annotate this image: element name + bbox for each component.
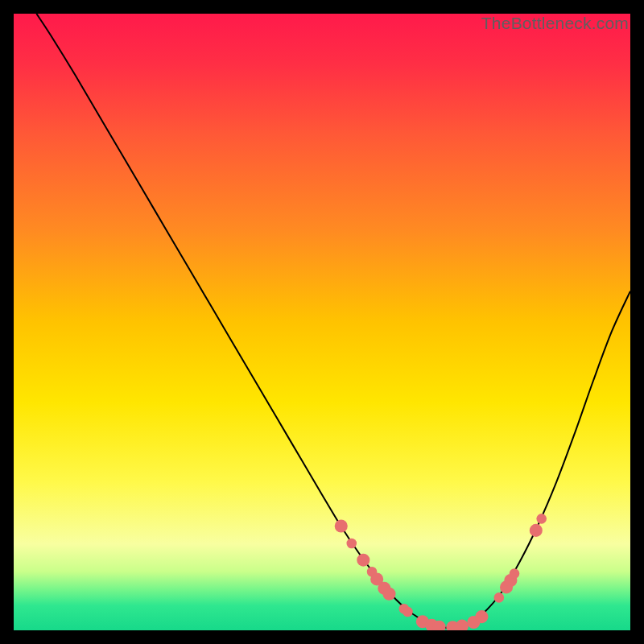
data-point	[346, 539, 357, 549]
chart-frame: TheBottleneck.com	[14, 14, 630, 630]
gradient-background	[14, 14, 630, 630]
data-point	[494, 592, 505, 603]
data-point	[357, 554, 369, 567]
data-point	[382, 588, 395, 601]
data-point	[475, 610, 488, 623]
data-point	[402, 607, 413, 617]
bottleneck-chart	[14, 14, 630, 630]
data-point	[536, 514, 547, 524]
data-point	[530, 524, 543, 537]
data-point	[510, 568, 520, 579]
data-point	[335, 520, 348, 533]
